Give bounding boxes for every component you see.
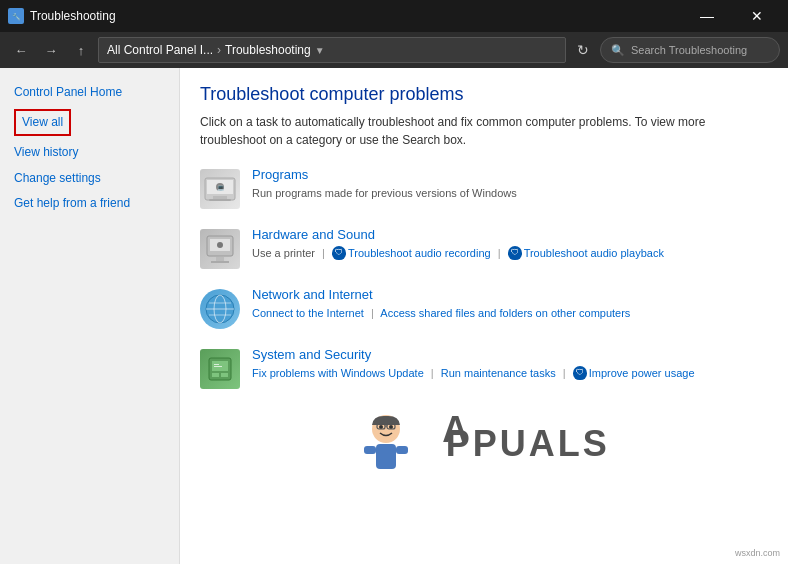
security-icon <box>200 349 240 389</box>
dropdown-arrow: ▼ <box>315 45 325 56</box>
minimize-button[interactable]: — <box>684 0 730 32</box>
close-button[interactable]: ✕ <box>734 0 780 32</box>
breadcrumb-separator: › <box>217 43 221 57</box>
back-button[interactable]: ← <box>8 37 34 63</box>
hardware-link[interactable]: Hardware and Sound <box>252 227 768 242</box>
hardware-info: Hardware and Sound Use a printer | 🛡Trou… <box>252 227 768 262</box>
search-placeholder: Search Troubleshooting <box>631 44 747 56</box>
svg-point-25 <box>379 425 383 429</box>
programs-info: Programs Run programs made for previous … <box>252 167 768 202</box>
security-links: Fix problems with Windows Update | Run m… <box>252 365 768 382</box>
svg-rect-11 <box>211 261 229 263</box>
forward-button[interactable]: → <box>38 37 64 63</box>
main-layout: Control Panel Home View all View history… <box>0 68 788 564</box>
category-programs: 💻 Programs Run programs made for previou… <box>200 167 768 209</box>
category-network: Network and Internet Connect to the Inte… <box>200 287 768 329</box>
sidebar-change-settings[interactable]: Change settings <box>0 166 179 191</box>
svg-rect-5 <box>209 199 231 201</box>
programs-description: Run programs made for previous versions … <box>252 187 517 199</box>
svg-text:💻: 💻 <box>217 184 225 192</box>
security-info: System and Security Fix problems with Wi… <box>252 347 768 382</box>
sidebar-control-panel-home[interactable]: Control Panel Home <box>0 80 179 105</box>
sidebar-get-help[interactable]: Get help from a friend <box>0 191 179 216</box>
network-icon <box>200 289 240 329</box>
window-title: Troubleshooting <box>30 9 684 23</box>
watermark: wsxdn.com <box>735 548 780 558</box>
category-hardware: Hardware and Sound Use a printer | 🛡Trou… <box>200 227 768 269</box>
content-area: Troubleshoot computer problems Click on … <box>180 68 788 564</box>
shield-icon-2: 🛡 <box>508 246 522 260</box>
shield-icon-1: 🛡 <box>332 246 346 260</box>
svg-point-26 <box>389 425 393 429</box>
network-access-shared[interactable]: Access shared files and folders on other… <box>380 307 630 319</box>
network-info: Network and Internet Connect to the Inte… <box>252 287 768 322</box>
network-links: Connect to the Internet | Access shared … <box>252 305 768 322</box>
breadcrumb-current: Troubleshooting <box>225 43 311 57</box>
app-icon: 🔧 <box>8 8 24 24</box>
sep2: | <box>498 247 501 259</box>
svg-rect-32 <box>396 446 408 454</box>
svg-rect-30 <box>376 444 396 469</box>
appuals-mascot <box>358 409 438 479</box>
sep4: | <box>431 367 434 379</box>
category-security: System and Security Fix problems with Wi… <box>200 347 768 389</box>
programs-icon: 💻 <box>200 169 240 209</box>
sep1: | <box>322 247 325 259</box>
hardware-icon <box>200 229 240 269</box>
page-description: Click on a task to automatically trouble… <box>200 113 720 149</box>
shield-icon-3: 🛡 <box>573 366 587 380</box>
hardware-links: Use a printer | 🛡Troubleshoot audio reco… <box>252 245 768 262</box>
address-path[interactable]: All Control Panel I... › Troubleshooting… <box>98 37 566 63</box>
svg-rect-10 <box>216 257 224 261</box>
svg-point-12 <box>217 242 223 248</box>
network-connect-internet[interactable]: Connect to the Internet <box>252 307 364 319</box>
title-bar: 🔧 Troubleshooting — ✕ <box>0 0 788 32</box>
hardware-audio-recording[interactable]: Troubleshoot audio recording <box>348 247 491 259</box>
logo-area: PPUALS A <box>200 409 768 479</box>
svg-rect-22 <box>214 364 219 365</box>
sep3: | <box>371 307 374 319</box>
sidebar: Control Panel Home View all View history… <box>0 68 180 564</box>
search-box[interactable]: 🔍 Search Troubleshooting <box>600 37 780 63</box>
svg-rect-31 <box>364 446 376 454</box>
network-link[interactable]: Network and Internet <box>252 287 768 302</box>
up-button[interactable]: ↑ <box>68 37 94 63</box>
svg-text:🔧: 🔧 <box>12 12 21 21</box>
programs-link[interactable]: Programs <box>252 167 768 182</box>
page-title: Troubleshoot computer problems <box>200 84 768 105</box>
search-icon: 🔍 <box>611 44 625 57</box>
sidebar-view-all[interactable]: View all <box>14 109 71 136</box>
svg-rect-23 <box>214 366 222 367</box>
svg-rect-4 <box>213 196 227 199</box>
svg-rect-21 <box>221 373 228 377</box>
security-windows-update[interactable]: Fix problems with Windows Update <box>252 367 424 379</box>
refresh-button[interactable]: ↻ <box>570 37 596 63</box>
security-power[interactable]: Improve power usage <box>589 367 695 379</box>
security-link[interactable]: System and Security <box>252 347 768 362</box>
svg-rect-20 <box>212 373 219 377</box>
programs-subtitle: Run programs made for previous versions … <box>252 185 768 202</box>
window-controls: — ✕ <box>684 0 780 32</box>
hardware-audio-playback[interactable]: Troubleshoot audio playback <box>524 247 664 259</box>
hardware-use-printer: Use a printer <box>252 247 315 259</box>
sep5: | <box>563 367 566 379</box>
security-maintenance[interactable]: Run maintenance tasks <box>441 367 556 379</box>
appuals-a: A <box>442 409 471 451</box>
sidebar-view-history[interactable]: View history <box>0 140 179 165</box>
address-bar: ← → ↑ All Control Panel I... › Troublesh… <box>0 32 788 68</box>
breadcrumb-parent: All Control Panel I... <box>107 43 213 57</box>
